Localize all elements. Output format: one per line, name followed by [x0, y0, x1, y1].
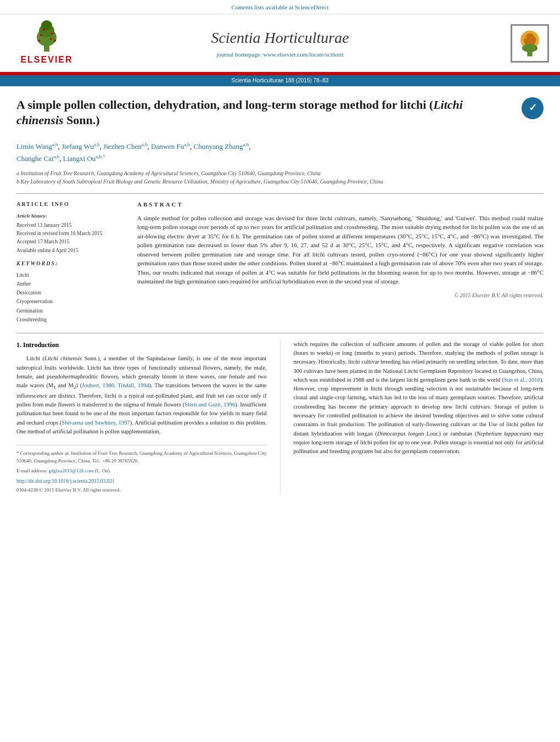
- elsevier-wordmark: ELSEVIER: [20, 54, 72, 66]
- main-content: A simple pollen collection, dehydration,…: [0, 86, 560, 505]
- history-label: Article history:: [16, 213, 126, 220]
- title-start: A simple pollen collection, dehydration,…: [16, 98, 433, 111]
- author-liangxi: Liangxi Ou: [63, 154, 96, 163]
- svg-point-16: [534, 34, 538, 38]
- svg-point-4: [40, 34, 42, 36]
- abstract-heading: ABSTRACT: [137, 200, 544, 209]
- col-divider: [280, 340, 281, 494]
- author-danwen: Danwen Fu: [151, 142, 184, 150]
- issn-line: 0304-4238/© 2015 Elsevier B.V. All right…: [16, 487, 267, 494]
- svg-point-6: [43, 29, 45, 31]
- intro-paragraph1: Litchi (Litchi chinensis Sonn.), a membe…: [16, 354, 267, 436]
- author-limin: Limin Wang: [16, 142, 52, 150]
- homepage-url[interactable]: www.elsevier.com/locate/scihorti: [263, 51, 344, 58]
- journal-title-row: ELSEVIER Scientia Horticulturae journal …: [0, 14, 560, 71]
- copyright-line: © 2015 Elsevier B.V. All rights reserved…: [137, 292, 544, 299]
- intro-heading: 1. Introduction: [16, 340, 267, 350]
- article-info-heading: ARTICLE INFO: [16, 200, 126, 208]
- journal-logo-icon: [512, 24, 548, 63]
- col-right: which requires the collection of suffici…: [294, 340, 544, 494]
- main-two-col: 1. Introduction Litchi (Litchi chinensis…: [16, 340, 544, 494]
- affiliation-a: a Institution of Fruit Tree Research, Gu…: [16, 169, 544, 177]
- sciencedirect-notice: Contents lists available at ScienceDirec…: [231, 4, 328, 10]
- article-history: Article history: Received 13 January 201…: [16, 213, 126, 254]
- keyword-list: Litchi Anther Desiccation Cryopreservati…: [16, 271, 126, 324]
- email-suffix: (L. Ou).: [95, 468, 111, 473]
- journal-title: Scientia Horticulturae: [82, 27, 478, 48]
- author-jiezhen: Jiezhen Chen: [103, 142, 142, 150]
- divider-2: [16, 333, 544, 333]
- svg-point-3: [41, 20, 52, 30]
- keyword-anther: Anther: [16, 280, 126, 288]
- abstract-text: A simple method for pollen collection an…: [137, 214, 544, 286]
- available-date: Available online 4 April 2015: [16, 247, 126, 254]
- affiliation-b: b Key Laboratory of South Subtropical Fr…: [16, 177, 544, 186]
- article-title: A simple pollen collection, dehydration,…: [16, 97, 522, 129]
- keywords-section: Keywords: Litchi Anther Desiccation Cryo…: [16, 260, 126, 324]
- journal-header: Contents lists available at ScienceDirec…: [0, 0, 560, 73]
- svg-point-8: [38, 40, 40, 42]
- keyword-crossbreeding: Crossbreeding: [16, 315, 126, 324]
- doi-line: http://dx.doi.org/10.1016/j.scienta.2015…: [16, 477, 267, 486]
- author-changhe: Changhe Cai: [16, 154, 54, 163]
- volume-info-bar: Scientia Horticulturae 188 (2015) 78–83: [0, 75, 560, 86]
- article-title-section: A simple pollen collection, dehydration,…: [16, 97, 544, 134]
- keyword-desiccation: Desiccation: [16, 288, 126, 297]
- received-date: Received 13 January 2015: [16, 222, 126, 229]
- doi-link[interactable]: http://dx.doi.org/10.1016/j.scienta.2015…: [16, 478, 115, 484]
- received-revised-date: Received in revised form 16 March 2015: [16, 230, 126, 237]
- affiliations: a Institution of Fruit Tree Research, Gu…: [16, 169, 544, 186]
- divider-1: [16, 193, 544, 194]
- journal-center: Scientia Horticulturae journal homepage:…: [82, 27, 478, 59]
- keyword-litchi: Litchi: [16, 271, 126, 280]
- elsevier-tree-icon: [25, 20, 69, 53]
- scientia-horticulturae-logo: [511, 24, 549, 63]
- svg-point-7: [50, 38, 52, 40]
- author-chunyang: Chunyang Zhang: [194, 142, 243, 150]
- keyword-germination: Germination: [16, 306, 126, 315]
- elsevier-logo: ELSEVIER: [11, 20, 82, 66]
- email-label: E-mail address:: [16, 468, 47, 473]
- journal-top-bar: Contents lists available at ScienceDirec…: [0, 0, 560, 14]
- corresponding-text: * Corresponding author at: Institution o…: [16, 450, 267, 464]
- article-info-col: ARTICLE INFO Article history: Received 1…: [16, 200, 126, 324]
- article-footer: * Corresponding author at: Institution o…: [16, 445, 267, 494]
- keywords-heading: Keywords:: [16, 260, 126, 267]
- footnote-corresponding: * Corresponding author at: Institution o…: [16, 450, 267, 465]
- footnote-email: E-mail address: gdglxa2015@126.com (L. O…: [16, 467, 267, 475]
- title-end: Sonn.): [64, 113, 100, 127]
- article-body-top: ARTICLE INFO Article history: Received 1…: [16, 200, 544, 324]
- intro-paragraph2: which requires the collection of suffici…: [294, 340, 544, 456]
- author-jiefang: Jiefang Wu: [61, 142, 94, 150]
- crossmark-icon: ✓: [529, 101, 537, 115]
- svg-point-5: [51, 32, 53, 35]
- authors-line: Limin Wanga,b, Jiefang Wua,b, Jiezhen Ch…: [16, 141, 544, 165]
- svg-point-9: [54, 40, 56, 42]
- crossmark-badge: ✓: [522, 97, 544, 119]
- homepage-label: journal homepage:: [216, 51, 261, 58]
- svg-point-15: [522, 34, 527, 39]
- journal-logo-right: [478, 24, 549, 63]
- abstract-col: ABSTRACT A simple method for pollen coll…: [137, 200, 544, 324]
- email-address[interactable]: gdglxa2015@126.com: [48, 468, 93, 473]
- col-left: 1. Introduction Litchi (Litchi chinensis…: [16, 340, 267, 494]
- journal-homepage: journal homepage: www.elsevier.com/locat…: [82, 51, 478, 59]
- svg-point-14: [522, 44, 537, 52]
- accepted-date: Accepted 17 March 2015: [16, 238, 126, 246]
- volume-info-text: Scientia Horticulturae 188 (2015) 78–83: [232, 77, 329, 83]
- keyword-cryopreservation: Cryopreservation: [16, 297, 126, 306]
